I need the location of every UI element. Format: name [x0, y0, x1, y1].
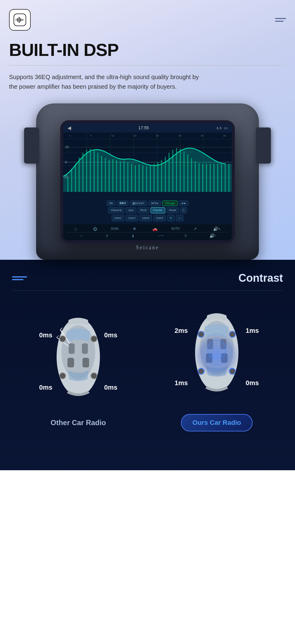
our-car-svg	[181, 303, 253, 399]
svg-point-72	[91, 373, 97, 379]
radio-mockup: ◀ 17:55 ∧∧ ▭	[60, 120, 235, 243]
radio-screen: ◀ 17:55 ∧∧ ▭	[63, 123, 232, 240]
svg-point-84	[229, 331, 235, 337]
svg-point-71	[60, 373, 66, 379]
contrast-header: Contrast	[12, 272, 283, 284]
svg-point-85	[198, 368, 204, 374]
grid-line	[63, 139, 232, 139]
bottom-nav-bar: ⌂ ⏻ DUAL ❄ 🚗 AUTO ↗ 🔊+ ← 0 🌡	[63, 224, 232, 240]
svg-rect-65	[69, 343, 75, 354]
other-car-label: Other Car Radio	[51, 419, 106, 427]
cars-comparison: 0ms 0ms 0ms 0ms	[12, 303, 283, 431]
dsp-controls: dts 𝗕𝗕𝗨 ▦DOLBY SRS● Through ◄► Classical…	[63, 199, 232, 224]
other-top-right-ms: 0ms	[104, 331, 117, 339]
vol-up-icon[interactable]: 🔊+	[211, 226, 223, 231]
user2-btn[interactable]: User2	[126, 215, 138, 221]
wifi-icon: ∧∧	[216, 126, 222, 130]
svg-rect-68	[82, 358, 89, 367]
our-car-button[interactable]: Ours Car Radio	[181, 414, 252, 431]
grid-line	[63, 179, 232, 179]
title-divider	[9, 65, 286, 66]
fan-level: ~~~	[158, 234, 164, 238]
rock-btn[interactable]: Rock	[138, 207, 149, 213]
indicator-line-1	[12, 276, 27, 278]
back-button[interactable]: ◀	[67, 125, 71, 131]
through-btn[interactable]: Through	[162, 201, 178, 206]
section-indicator	[12, 276, 27, 280]
page-title: BUILT-IN DSP	[9, 40, 286, 60]
sub-btn[interactable]: −	[176, 215, 183, 221]
seicane-label: Seicane	[136, 244, 159, 251]
grid-line	[63, 152, 232, 152]
car-shell: ◀ 17:55 ∧∧ ▭	[36, 103, 259, 260]
vol-down-icon[interactable]: 🔊-	[207, 233, 219, 238]
hamburger-menu[interactable]	[275, 18, 286, 22]
other-car-card: 0ms 0ms 0ms 0ms	[12, 307, 144, 427]
our-car-card: 2ms 1ms 1ms 0ms	[151, 303, 283, 431]
svg-point-70	[91, 336, 97, 342]
svg-rect-66	[82, 343, 88, 354]
user1-btn[interactable]: User1	[112, 215, 124, 221]
car-interior: ◀ 17:55 ∧∧ ▭	[9, 100, 286, 260]
home-icon[interactable]: ⌂	[72, 226, 79, 231]
contrast-divider	[12, 290, 283, 291]
popular-btn[interactable]: Popular	[151, 207, 165, 213]
svg-rect-1	[16, 19, 17, 20]
user3-btn[interactable]: User3	[139, 215, 152, 221]
back-icon[interactable]: ←	[76, 233, 85, 238]
add-btn[interactable]: +	[167, 215, 175, 221]
bbe-btn[interactable]: 𝗕𝗕𝗨	[117, 201, 129, 206]
jazz-btn[interactable]: Jazz	[126, 207, 137, 213]
grid-line	[63, 165, 232, 166]
our-top-left-ms: 2ms	[175, 327, 188, 335]
our-bottom-left-ms: 1ms	[175, 379, 188, 387]
power-icon[interactable]: ⏻	[91, 226, 100, 231]
direction-icon[interactable]: ↗	[191, 226, 199, 231]
svg-point-69	[60, 336, 66, 342]
vol-btn[interactable]: ◄►	[179, 201, 188, 206]
our-top-right-ms: 1ms	[246, 327, 259, 335]
dolby-btn[interactable]: ▦DOLBY	[130, 201, 147, 206]
other-bottom-right-ms: 0ms	[104, 384, 117, 391]
our-car-view: 2ms 1ms 1ms 0ms	[181, 303, 253, 405]
grid-line	[63, 192, 232, 192]
zero-left: 0	[106, 234, 108, 238]
other-car-view: 0ms 0ms 0ms 0ms	[42, 307, 114, 409]
dsp-row-2: Classical Jazz Rock Popular Reset ⓘ	[66, 207, 229, 213]
svg-rect-2	[17, 18, 18, 22]
bottom-nav-row1: ⌂ ⏻ DUAL ❄ 🚗 AUTO ↗ 🔊+	[66, 225, 229, 232]
svg-point-83	[198, 331, 204, 337]
svg-point-86	[229, 368, 235, 374]
temp-icon: 🌡	[129, 233, 138, 238]
our-bottom-right-ms: 0ms	[246, 379, 259, 387]
srs-btn[interactable]: SRS●	[148, 201, 161, 206]
subtitle: Supports 36EQ adjustment, and the ultra-…	[9, 72, 208, 91]
hero-section: BUILT-IN DSP Supports 36EQ adjustment, a…	[0, 0, 295, 260]
other-car-svg	[42, 307, 114, 403]
other-bottom-left-ms: 0ms	[39, 384, 52, 391]
nav-top	[9, 9, 286, 31]
logo-icon	[13, 13, 26, 26]
svg-rect-4	[20, 18, 21, 22]
svg-rect-6	[23, 20, 24, 20]
contrast-title: Contrast	[238, 272, 283, 284]
dsp-row-3: User1 User2 User3 User5 + −	[66, 215, 229, 221]
eq-grid	[63, 133, 232, 199]
battery-icon: ▭	[224, 126, 228, 130]
car-icon[interactable]: 🚗	[150, 226, 160, 231]
dts-btn[interactable]: dts	[107, 201, 116, 206]
svg-rect-67	[67, 358, 74, 367]
auto-label: AUTO	[171, 227, 180, 230]
bottom-nav-row2: ← 0 🌡 ~~~ 0 🔊-	[66, 232, 229, 239]
screen-topbar: ◀ 17:55 ∧∧ ▭	[63, 123, 232, 133]
indicator-line-2	[12, 279, 23, 280]
dsp-row-1: dts 𝗕𝗕𝗨 ▦DOLBY SRS● Through ◄►	[66, 201, 229, 206]
screen-icons: ∧∧ ▭	[216, 126, 228, 130]
info-btn[interactable]: ⓘ	[180, 207, 187, 213]
reset-btn[interactable]: Reset	[166, 207, 179, 213]
eq-numbers: 151015 20253036	[69, 134, 226, 137]
fan-icon[interactable]: ❄	[130, 226, 139, 231]
user5-btn[interactable]: User5	[153, 215, 166, 221]
classical-btn[interactable]: Classical	[108, 207, 124, 213]
zero-right: 0	[185, 234, 186, 238]
